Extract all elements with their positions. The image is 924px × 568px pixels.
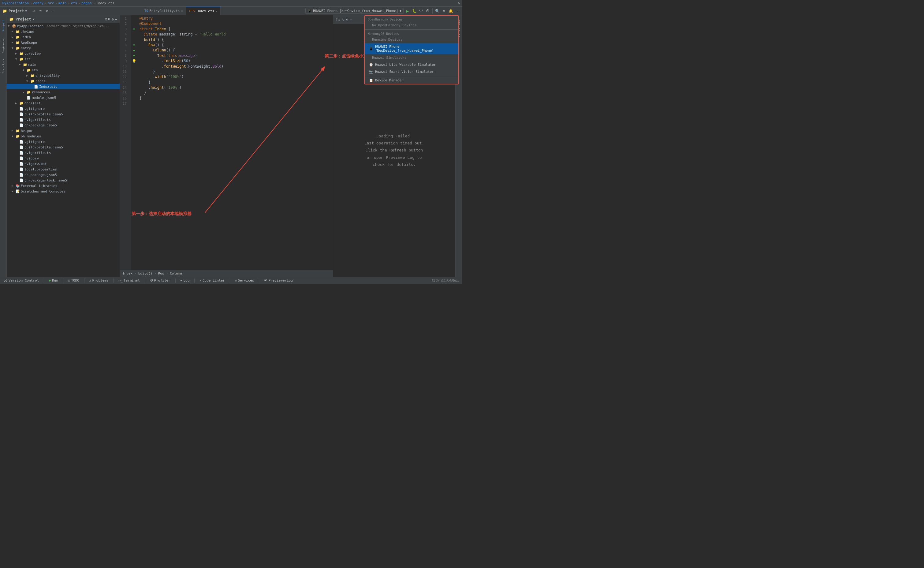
tree-ohpackage-root[interactable]: 📄 oh-package.json5 <box>7 172 120 177</box>
tree-ohpackage-lock[interactable]: 📄 oh-package-lock.json5 <box>7 177 120 183</box>
status-todo[interactable]: ☑ TODO <box>67 277 80 284</box>
breadcrumb-index[interactable]: Index <box>122 272 133 275</box>
locate-icon[interactable]: ◎ <box>105 17 107 21</box>
device-dropdown[interactable]: OpenHarmony Devices No OpenHarmony Devic… <box>364 15 459 85</box>
sidebar-project-tab[interactable]: Project <box>0 17 6 35</box>
gutter-fold-6[interactable]: ▼ <box>133 44 135 47</box>
status-code-linter[interactable]: ✓ Code Linter <box>198 277 226 284</box>
gutter-fold-8[interactable]: ▼ <box>133 54 135 57</box>
tab-entryability-close[interactable]: ✕ <box>181 9 182 12</box>
settings-icon[interactable]: ⚙ <box>112 17 114 21</box>
previewer-minimize-icon[interactable]: — <box>350 17 352 21</box>
profiler-label: Profiler <box>154 278 170 282</box>
tree-ets[interactable]: ▼ 📁 ets <box>7 67 120 73</box>
profile-icon[interactable]: ⏱ <box>425 8 431 14</box>
device-smart-vision[interactable]: 📷 Huawei Smart Vision Simulator <box>365 68 458 75</box>
tree-idea[interactable]: ▶ 📁 .idea <box>7 34 120 40</box>
folder-scratches-icon: 📝 <box>15 189 20 193</box>
tree-entryability[interactable]: ▶ 📁 entryability <box>7 73 120 79</box>
debug-icon[interactable]: 🐛 <box>412 8 417 14</box>
close-panel-icon[interactable]: — <box>51 8 57 14</box>
tree-build-profile-root[interactable]: 📄 build-profile.json5 <box>7 145 120 150</box>
tree-scratches[interactable]: ▶ 📝 Scratches and Consoles <box>7 189 120 194</box>
minimize-icon[interactable]: — <box>455 8 460 14</box>
device-manager-item[interactable]: 📋 Device Manager <box>365 77 458 84</box>
breadcrumb-entry[interactable]: entry <box>33 1 44 5</box>
status-problems[interactable]: ⚠ Problems <box>88 277 110 284</box>
tab-index-close[interactable]: ✕ <box>216 9 217 13</box>
tree-module-json[interactable]: 📄 module.json5 <box>7 95 120 100</box>
breadcrumb-column[interactable]: Column <box>170 272 182 275</box>
file-local-properties-icon: 📄 <box>19 168 24 171</box>
code-editor[interactable]: 1 2 3 4 5 6 7 8 9 10 11 12 13 14 15 16 1 <box>120 15 333 270</box>
breadcrumb-pages[interactable]: pages <box>82 1 92 5</box>
close-icon[interactable]: — <box>115 17 117 21</box>
device-lite-wearable[interactable]: ⌚ Huawei Lite Wearable Simulator <box>365 61 458 68</box>
previewer-text-size-icon[interactable]: T↕ <box>336 17 341 22</box>
gutter-fold-3[interactable]: ▼ <box>133 27 135 31</box>
gutter-fold-7[interactable]: ▼ <box>133 49 135 52</box>
run-icon[interactable]: ▶ <box>405 8 410 14</box>
status-run[interactable]: ▶ Run <box>48 277 59 284</box>
tree-entry[interactable]: ▼ 📁 entry <box>7 45 120 51</box>
gear-icon[interactable]: ⚙ <box>457 1 460 5</box>
previewer-settings-icon[interactable]: ⚙ <box>346 17 348 21</box>
status-profiler[interactable]: ⏱ Profiler <box>149 277 172 284</box>
tab-entryability[interactable]: TS EntryAbility.ts ✕ <box>141 7 186 15</box>
gutter-bulb-9[interactable]: 💡 <box>132 59 136 63</box>
tree-hvigor[interactable]: ▶ 📁 .hvigor <box>7 29 120 34</box>
previewer-refresh-icon[interactable]: ↻ <box>342 17 345 21</box>
tab-index[interactable]: ETS Index.ets ✕ <box>186 7 221 15</box>
tree-src[interactable]: ▼ 📁 src <box>7 56 120 62</box>
breadcrumb-main[interactable]: main <box>59 1 67 5</box>
tree-hvigorw[interactable]: 📄 hvigorw <box>7 156 120 161</box>
coverage-icon[interactable]: 🛡 <box>418 8 424 14</box>
notifications-icon[interactable]: 🔔 <box>448 8 454 14</box>
breadcrumb-build[interactable]: build() <box>138 272 152 275</box>
tree-root-arrow: ▼ <box>8 24 12 27</box>
tree-appscope[interactable]: ▶ 📁 AppScope <box>7 40 120 45</box>
find-icon[interactable]: 🔍 <box>434 8 440 14</box>
tree-hvigorfile-root[interactable]: 📄 hvigorfile.ts <box>7 150 120 156</box>
tree-ohostest[interactable]: ▶ 📁 ohosTest <box>7 100 120 106</box>
tree-hvigor2[interactable]: ▶ 📁 hvigor <box>7 128 120 133</box>
tree-index-ets[interactable]: 📄 Index.ets <box>7 84 120 89</box>
tree-hvigorw-bat[interactable]: 📄 hvigorw.bat <box>7 161 120 166</box>
tree-build-profile-entry[interactable]: 📄 build-profile.json5 <box>7 112 120 117</box>
collapse-icon[interactable]: ≡ <box>38 8 43 14</box>
sidebar-bookmarks-tab[interactable]: Bookmarks <box>0 37 6 55</box>
breadcrumb-app[interactable]: MyApplication <box>3 1 29 5</box>
tree-preview[interactable]: ▶ 📁 .preview <box>7 51 120 56</box>
status-version-control[interactable]: ⎇ Version Control <box>3 277 40 284</box>
settings-icon[interactable]: ⚙ <box>44 8 50 14</box>
tree-resources[interactable]: ▶ 📁 resources <box>7 89 120 95</box>
device-selector[interactable]: 📱 HUAWEI Phone [NewDevice_from_Huawei_Ph… <box>305 8 404 14</box>
device-huawei-phone[interactable]: 📱 HUAWEI Phone [NewDevice_from_Huawei_Ph… <box>365 43 458 54</box>
status-terminal[interactable]: >_ Terminal <box>118 277 141 284</box>
code-content[interactable]: @Entry @Component struct Index { @State … <box>137 15 333 270</box>
dropdown-arrow-icon[interactable]: ▼ <box>26 9 27 12</box>
breadcrumb-row[interactable]: Row <box>158 272 164 275</box>
tree-pages-arrow: ▼ <box>26 80 30 83</box>
tree-external-libs[interactable]: ▶ 📚 External Libraries <box>7 183 120 189</box>
tree-root[interactable]: ▼ 📦 MyApplication ~/devEcoStudioProjects… <box>7 23 120 29</box>
sync-icon[interactable]: ⇄ <box>31 8 36 14</box>
status-services[interactable]: ⚙ Services <box>234 277 255 284</box>
dropdown-chevron[interactable]: ▼ <box>33 18 35 21</box>
expand-icon[interactable]: ⊞ <box>108 17 110 21</box>
breadcrumb-src[interactable]: src <box>48 1 54 5</box>
tree-ohpackage-entry[interactable]: 📄 oh-package.json5 <box>7 122 120 128</box>
tree-oh-modules[interactable]: ▼ 📁 oh_modules <box>7 133 120 139</box>
tree-pages[interactable]: ▼ 📁 pages <box>7 79 120 84</box>
tree-main[interactable]: ▼ 📁 main <box>7 62 120 67</box>
tree-gitignore-root[interactable]: 📄 .gitignore <box>7 139 120 145</box>
status-previewer-log[interactable]: 👁 PreviewerLog <box>263 277 294 284</box>
sidebar-structure-tab[interactable]: Structure <box>0 57 6 75</box>
status-log[interactable]: ≡ Log <box>179 277 191 284</box>
tree-local-properties[interactable]: 📄 local.properties <box>7 166 120 172</box>
tree-ohpackage-entry-label: oh-package.json5 <box>24 123 57 127</box>
breadcrumb-ets[interactable]: ets <box>71 1 77 5</box>
settings2-icon[interactable]: ⚙ <box>441 8 447 14</box>
tree-gitignore-entry[interactable]: 📄 .gitignore <box>7 106 120 112</box>
tree-hvigorfile-entry[interactable]: 📄 hvigorfile.ts <box>7 117 120 122</box>
